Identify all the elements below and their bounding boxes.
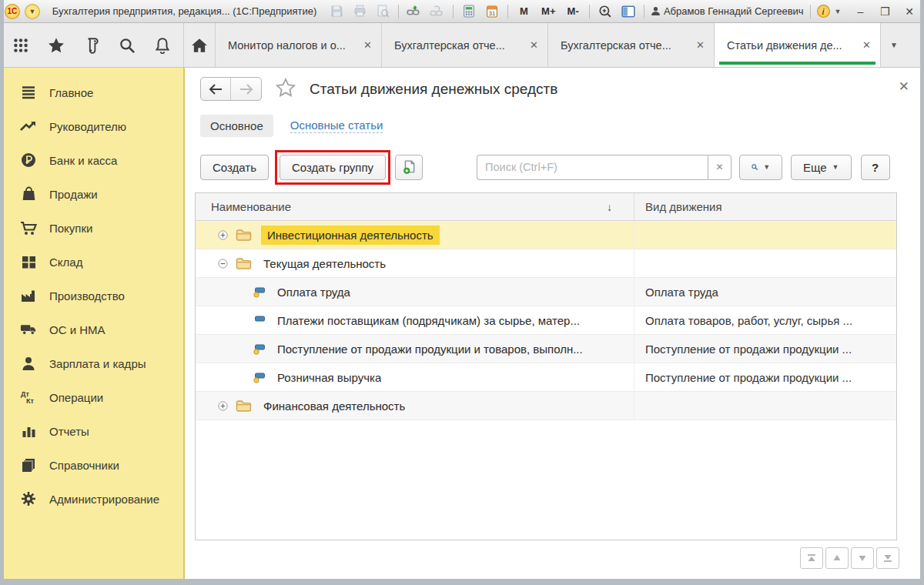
table-header: Наименование ↓ Вид движения [196,193,896,221]
zoom-icon[interactable] [596,3,614,20]
column-kind-label: Вид движения [645,200,722,213]
sidebar-item-dtkt[interactable]: ДтКтОперации [0,380,183,414]
favorite-star-icon[interactable] [276,78,296,100]
search-clear-icon[interactable]: ✕ [708,155,732,180]
tab-1[interactable]: Монитор налогов и о...✕ [216,23,382,67]
memory-m-minus-button[interactable]: M- [563,5,583,17]
expand-icon[interactable] [218,230,228,240]
info-dropdown-icon[interactable]: ▼ [835,8,842,15]
row-kind: Оплата труда [634,286,896,299]
sidebar-item-label: Склад [49,256,82,269]
maximize-button[interactable]: ❒ [875,5,895,18]
user-name: Абрамов Геннадий Сергеевич [664,5,804,17]
column-header-kind[interactable]: Вид движения [634,193,896,220]
home-icon [191,38,208,53]
save-icon[interactable] [327,3,346,20]
sidebar-item-label: ОС и НМА [49,323,105,336]
sidebar-item-label: Справочники [49,459,119,472]
form-area: ✕ Статьи движения денежных средств Основ… [185,68,920,579]
sidebar-item-cart[interactable]: Покупки [0,211,183,245]
name-cell: Текущая деятельность [196,249,634,277]
search-input[interactable] [477,155,708,180]
info-icon[interactable]: i [817,5,830,18]
main-menu-button[interactable]: ▼ [25,4,40,19]
link-icon[interactable] [428,3,447,20]
sidebar-item-books[interactable]: Справочники [0,448,183,482]
help-button[interactable]: ? [861,155,890,180]
table-row-item[interactable]: Поступление от продажи продукции и товар… [196,335,896,363]
table-row-item[interactable]: Розничная выручкаПоступление от продажи … [196,363,896,392]
row-kind: Оплата товаров, работ, услуг, сырья ... [634,314,896,327]
notifications-icon[interactable] [145,23,180,67]
calculator-icon[interactable] [460,3,478,20]
tab-4[interactable]: Статьи движения де...✕ [715,23,881,67]
tab-2[interactable]: Бухгалтерская отче...✕ [382,23,548,67]
go-first-button[interactable] [800,547,823,569]
more-button[interactable]: Еще ▼ [791,155,851,180]
folder-icon [236,399,252,413]
go-last-button[interactable] [876,547,899,569]
close-button[interactable]: ✕ [899,5,919,18]
form-close-icon[interactable]: ✕ [899,79,909,95]
column-header-name[interactable]: Наименование ↓ [196,193,634,220]
sidebar-item-truck[interactable]: ОС и НМА [0,313,183,346]
tab-bar: Монитор налогов и о...✕Бухгалтерская отч… [0,23,924,68]
tab-close-icon[interactable]: ✕ [696,39,705,51]
sidebar-item-bag[interactable]: Продажи [0,177,183,211]
sidebar-item-ruble[interactable]: Банк и касса [0,143,183,177]
minimize-button[interactable]: – [850,5,870,18]
svg-text:Кт: Кт [26,397,34,405]
sidebar-item-sections[interactable]: Главное [0,75,183,109]
nav-main-chip[interactable]: Основное [200,115,273,137]
calendar-icon[interactable]: 31 [483,3,501,20]
table-row-group[interactable]: Текущая деятельность [196,249,896,278]
home-tab[interactable] [183,23,216,67]
go-up-button[interactable] [825,547,849,569]
sidebar-item-chart[interactable]: Отчеты [0,414,183,448]
memory-m-plus-button[interactable]: M+ [538,5,558,17]
create-button[interactable]: Создать [200,155,269,180]
table-row-group[interactable]: Инвестиционная деятельность [196,221,896,249]
search-icon[interactable] [109,23,145,67]
table-row-item[interactable]: Платежи поставщикам (подрядчикам) за сыр… [196,306,896,335]
name-cell: Финансовая деятельность [196,392,634,420]
sidebar-item-gear[interactable]: Администрирование [0,482,183,516]
sidebar-item-label: Покупки [49,222,92,235]
memory-m-button[interactable]: M [514,5,534,17]
sections-icon [20,85,37,100]
forward-button[interactable] [231,78,261,100]
nav-link-main-articles[interactable]: Основные статьи [290,119,383,133]
preview-icon[interactable] [373,3,392,20]
collapse-icon[interactable] [218,259,228,269]
sidebar-item-factory[interactable]: Производство [0,279,183,313]
row-name: Текущая деятельность [263,257,386,270]
more-dropdown-icon: ▼ [832,163,839,171]
favorites-icon[interactable] [38,23,74,67]
history-icon[interactable] [74,23,109,67]
sidebar-item-person[interactable]: Зарплата и кадры [0,346,183,380]
element-icon [253,315,266,326]
table-row-item[interactable]: Оплата трудаОплата труда [196,278,896,306]
find-button[interactable]: ▼ [739,155,782,180]
all-sections-icon[interactable] [3,23,38,67]
sidebar-item-warehouse[interactable]: Склад [0,245,183,279]
split-window-icon[interactable] [619,3,638,20]
svg-text:31: 31 [488,10,494,17]
create-by-copy-button[interactable] [395,155,423,180]
print-icon[interactable] [350,3,369,20]
tab-close-icon[interactable]: ✕ [530,39,538,51]
find-dropdown-icon: ▼ [763,163,770,171]
tab-close-icon[interactable]: ✕ [363,39,372,51]
tab-list-dropdown-icon[interactable]: ▼ [881,23,907,67]
cashflow-articles-table: Наименование ↓ Вид движения Инвестиционн… [195,192,897,540]
get-link-icon[interactable] [405,3,424,20]
expand-icon[interactable] [218,401,228,411]
current-user[interactable]: Абрамов Геннадий Сергеевич [651,5,804,17]
table-row-group[interactable]: Финансовая деятельность [196,392,896,420]
tab-3[interactable]: Бухгалтерская отче...✕ [548,23,715,67]
create-group-button[interactable]: Создать группу [280,155,386,180]
go-down-button[interactable] [851,547,874,569]
tab-close-icon[interactable]: ✕ [862,39,871,51]
sidebar-item-trend[interactable]: Руководителю [0,109,183,143]
back-button[interactable] [201,78,231,100]
